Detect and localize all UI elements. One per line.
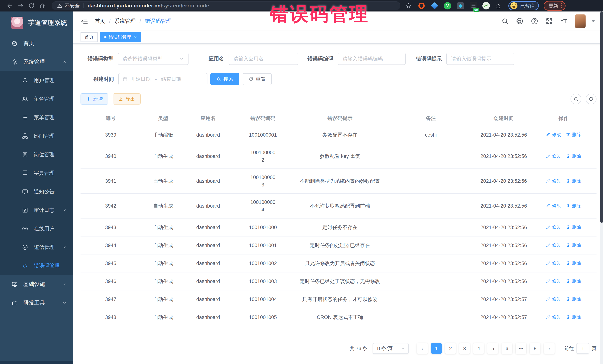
security-warning[interactable]: 不安全 [57,2,80,9]
error-code-input[interactable] [338,53,406,65]
browser-update-button[interactable]: 更新 [544,1,566,11]
search-button[interactable]: 搜索 [210,73,239,85]
extensions-menu-button[interactable] [495,2,503,10]
tag-error-code-active[interactable]: 错误码管理 × [100,32,141,42]
edit-link[interactable]: 修改 [546,313,561,321]
sidebar-item-sub[interactable]: 审计日志 [0,201,73,220]
edit-link[interactable]: 修改 [546,241,561,249]
row-msg: 只有开启状态的任务，才可以修改 [295,290,385,308]
sidebar-item-top[interactable]: 首页 [0,34,73,53]
profile-paused-pill[interactable]: 已暂停 [508,1,539,10]
hide-search-button[interactable] [570,94,581,104]
delete-link[interactable]: 删除 [566,295,581,303]
edit-link[interactable]: 修改 [546,177,561,185]
sidebar-item-sub[interactable]: 菜单管理 [0,108,73,127]
scrollbar-thumb[interactable] [600,11,603,223]
sidebar-item-top[interactable]: 基础设施 [0,275,73,294]
sidebar-item-sub[interactable]: 用户管理 [0,71,73,90]
delete-link[interactable]: 删除 [566,131,581,138]
edit-link[interactable]: 修改 [546,277,561,285]
fullscreen-button[interactable] [545,17,553,25]
sidebar-item-sub[interactable]: 部门管理 [0,127,73,145]
hamburger-icon [81,17,88,25]
page-button-8[interactable]: 8 [530,343,541,354]
error-type-select[interactable]: 请选择错误码类型 [118,53,188,65]
more-pages-button[interactable]: ••• [516,343,526,354]
breadcrumb-home[interactable]: 首页 [95,17,105,25]
chevron-down-icon [401,346,405,351]
next-page-button[interactable]: › [544,343,555,354]
row-type: 自动生成 [141,236,185,254]
github-link-button[interactable] [516,17,524,25]
sidebar-item-sub[interactable]: 字典管理 [0,164,73,182]
page-button-5[interactable]: 5 [487,343,498,354]
goto-page-input[interactable] [577,343,589,354]
date-range-picker[interactable]: 开始日期 - 结束日期 [118,73,208,85]
extension-green-v[interactable]: V [443,2,452,10]
page-button-2[interactable]: 2 [445,343,456,354]
sidebar-item-sub[interactable]: 角色管理 [0,90,73,108]
error-msg-input[interactable] [446,53,514,65]
sidebar-item-top[interactable]: 研发工具 [0,294,73,312]
browser-back-button[interactable] [4,1,15,10]
sidebar-item-sub[interactable]: 短信管理 [0,238,73,256]
row-actions: 修改删除 [531,236,596,254]
delete-link[interactable]: 删除 [566,259,581,267]
delete-link[interactable]: 删除 [566,223,581,231]
breadcrumb-system[interactable]: 系统管理 [114,17,136,25]
sidebar-item-active[interactable]: 错误码管理 [0,256,73,275]
row-memo [385,218,477,236]
delete-link[interactable]: 删除 [566,202,581,210]
edit-link[interactable]: 修改 [546,152,561,160]
extension-blue-gem[interactable] [430,2,439,10]
delete-link[interactable]: 删除 [566,152,581,160]
edit-link[interactable]: 修改 [546,131,561,138]
sidebar-logo-row[interactable]: 芋道管理系统 [0,11,73,34]
export-button-label: 导出 [126,96,135,102]
edit-link[interactable]: 修改 [546,223,561,231]
extension-key[interactable] [482,2,490,10]
edit-link[interactable]: 修改 [546,202,561,210]
edit-link[interactable]: 修改 [546,259,561,267]
sidebar-item-sub[interactable]: 通知公告 [0,182,73,201]
sidebar-collapse-button[interactable] [81,17,88,25]
bookmark-star-button[interactable] [405,2,412,9]
extension-orange-ring[interactable] [417,2,426,10]
help-button[interactable] [531,17,538,25]
sidebar-item-top[interactable]: 系统管理 [0,53,73,71]
close-tag-icon[interactable]: × [134,35,137,39]
kebab-menu-icon[interactable] [561,3,562,8]
sidebar-item-sub[interactable]: 在线用户 [0,220,73,238]
delete-link[interactable]: 删除 [566,241,581,249]
refresh-table-button[interactable] [586,94,596,104]
user-avatar[interactable] [575,14,586,28]
extension-switcher[interactable]: on [469,2,477,10]
browser-forward-button[interactable] [15,1,26,10]
export-button[interactable]: 导出 [113,93,141,105]
delete-link[interactable]: 删除 [566,177,581,185]
tag-home[interactable]: 首页 [81,32,98,42]
page-button-4[interactable]: 4 [473,343,484,354]
edit-link[interactable]: 修改 [546,295,561,303]
page-size-select[interactable]: 10条/页 [372,343,409,354]
chevron-down-icon[interactable] [591,20,595,22]
extension-grid[interactable] [456,2,464,10]
header-search-button[interactable] [501,17,509,25]
address-bar[interactable]: 不安全 dashboard.yudao.iocoder.cn/system/er… [52,1,400,10]
sidebar-item-sub[interactable]: 岗位管理 [0,145,73,164]
add-button[interactable]: 新增 [81,93,108,105]
page-button-3[interactable]: 3 [459,343,470,354]
delete-link[interactable]: 删除 [566,277,581,285]
back-arrow-icon [7,3,13,9]
window-scrollbar[interactable] [600,11,603,364]
browser-home-button[interactable] [37,1,47,10]
app-name-input[interactable] [229,53,298,65]
prev-page-button[interactable]: ‹ [417,343,428,354]
page-button-6[interactable]: 6 [501,343,512,354]
browser-reload-button[interactable] [26,1,37,10]
reset-button[interactable]: 重置 [243,73,272,85]
page-button-1[interactable]: 1 [431,343,442,354]
font-size-button[interactable] [560,17,568,25]
font-size-icon [560,17,568,25]
delete-link[interactable]: 删除 [566,313,581,321]
